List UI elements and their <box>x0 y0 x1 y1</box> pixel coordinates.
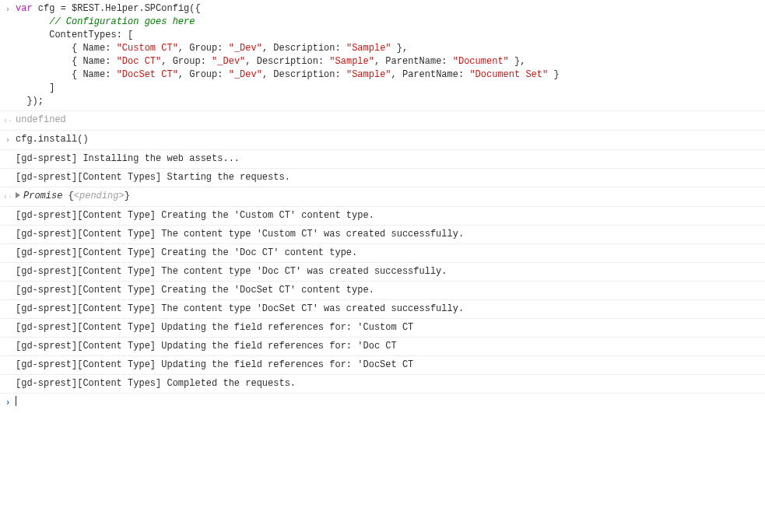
console-log-row: [gd-sprest][Content Type] Creating the '… <box>0 281 765 299</box>
promise-label: Promise <box>23 191 68 201</box>
log-gutter <box>0 303 16 303</box>
console-log-message: [gd-sprest][Content Type] Creating the '… <box>16 247 765 260</box>
console-log-row: [gd-sprest] Installing the web assets... <box>0 149 765 168</box>
log-gutter <box>0 377 16 378</box>
console-log-row: [gd-sprest][Content Type] The content ty… <box>0 262 765 281</box>
console-log-message: [gd-sprest][Content Type] Creating the '… <box>16 209 765 222</box>
expand-triangle-icon[interactable] <box>16 192 20 198</box>
input-chevron-icon: › <box>0 2 16 16</box>
console-input-row: ›var cfg = $REST.Helper.SPConfig({ // Co… <box>0 0 765 110</box>
console-log-message: [gd-sprest][Content Type] Creating the '… <box>16 284 765 297</box>
log-gutter <box>0 284 16 285</box>
console-output-row: ‹·undefined <box>0 110 765 130</box>
output-chevron-icon: ‹· <box>0 190 16 204</box>
console-log-message: [gd-sprest][Content Types] Starting the … <box>16 171 765 184</box>
console-input-code: cfg.install() <box>16 133 765 146</box>
console-log-row: [gd-sprest][Content Types] Starting the … <box>0 168 765 187</box>
console-log-message: [gd-sprest][Content Type] The content ty… <box>16 265 765 278</box>
log-gutter <box>0 228 16 229</box>
log-gutter <box>0 359 16 359</box>
input-chevron-icon: › <box>0 133 16 147</box>
console-log-row: [gd-sprest][Content Type] Updating the f… <box>0 318 765 337</box>
log-gutter <box>0 340 16 341</box>
console-log-message: [gd-sprest][Content Type] Updating the f… <box>16 321 765 334</box>
undefined-value: undefined <box>16 114 66 125</box>
console-log-message: [gd-sprest][Content Type] Updating the f… <box>16 340 765 353</box>
log-gutter <box>0 171 16 172</box>
log-gutter <box>0 247 16 247</box>
promise-state: <pending> <box>74 191 125 201</box>
console-log-row: [gd-sprest][Content Type] Creating the '… <box>0 243 765 262</box>
console-output: undefined <box>16 114 765 127</box>
output-chevron-icon: ‹· <box>0 114 16 128</box>
console-log-message: [gd-sprest][Content Type] Updating the f… <box>16 359 765 372</box>
console-input-code[interactable]: var cfg = $REST.Helper.SPConfig({ // Con… <box>16 2 765 108</box>
console-log-row: [gd-sprest][Content Type] The content ty… <box>0 299 765 318</box>
console-log-row: [gd-sprest][Content Type] The content ty… <box>0 225 765 243</box>
console-log-message: [gd-sprest][Content Type] The content ty… <box>16 303 765 316</box>
devtools-console[interactable]: ›var cfg = $REST.Helper.SPConfig({ // Co… <box>0 0 765 412</box>
console-output-row: ‹·Promise {<pending>} <box>0 187 765 206</box>
console-log-row: [gd-sprest][Content Types] Completed the… <box>0 374 765 393</box>
input-chevron-icon: › <box>0 396 16 410</box>
console-output: Promise {<pending>} <box>16 190 765 203</box>
log-gutter <box>0 209 16 210</box>
console-prompt-row[interactable]: › <box>0 393 765 412</box>
console-log-row: [gd-sprest][Content Type] Updating the f… <box>0 337 765 355</box>
text-cursor <box>16 396 16 406</box>
console-input-active[interactable] <box>16 396 765 409</box>
console-log-message: [gd-sprest] Installing the web assets... <box>16 152 765 166</box>
log-gutter <box>0 265 16 266</box>
console-log-row: [gd-sprest][Content Type] Creating the '… <box>0 206 765 225</box>
console-log-row: [gd-sprest][Content Type] Updating the f… <box>0 355 765 374</box>
console-input-row: ›cfg.install() <box>0 130 765 149</box>
log-gutter <box>0 152 16 153</box>
log-gutter <box>0 321 16 322</box>
console-log-message: [gd-sprest][Content Type] The content ty… <box>16 228 765 241</box>
console-log-message: [gd-sprest][Content Types] Completed the… <box>16 377 765 390</box>
